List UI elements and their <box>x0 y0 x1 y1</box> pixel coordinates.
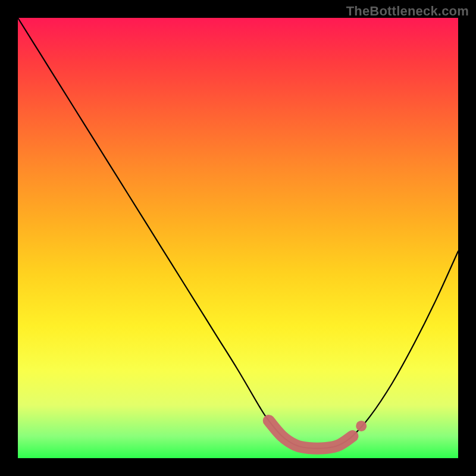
plot-area <box>18 18 458 458</box>
chart-frame: TheBottleneck.com <box>0 0 476 476</box>
watermark-text: TheBottleneck.com <box>346 4 469 19</box>
marker-dot <box>356 421 367 431</box>
bottleneck-curve <box>18 18 458 449</box>
minimum-band-marker <box>269 421 353 449</box>
curve-layer <box>18 18 458 458</box>
